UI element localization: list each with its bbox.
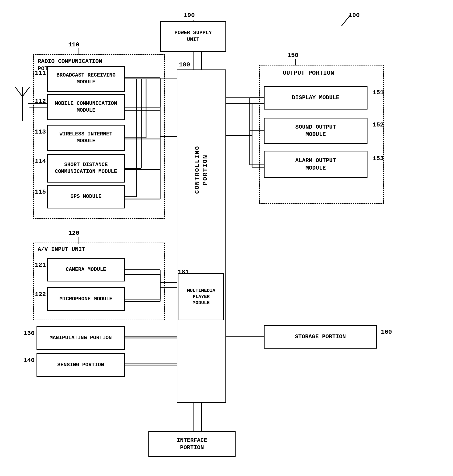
alarm-output-label: ALARM OUTPUTMODULE bbox=[295, 157, 336, 171]
ref-152: 152 bbox=[373, 121, 384, 128]
output-label: OUTPUT PORTION bbox=[283, 70, 334, 77]
short-distance-box: SHORT DISTANCECOMMUNICATION MODULE bbox=[47, 154, 125, 182]
ref-140: 140 bbox=[24, 357, 35, 364]
mobile-comm-box: MOBILE COMMUNICATIONMODULE bbox=[47, 94, 125, 120]
microphone-box: MICROPHONE MODULE bbox=[47, 287, 125, 311]
ref-151: 151 bbox=[373, 89, 384, 96]
ref-190: 190 bbox=[184, 12, 195, 19]
sound-output-label: SOUND OUTPUTMODULE bbox=[295, 123, 336, 138]
short-distance-label: SHORT DISTANCECOMMUNICATION MODULE bbox=[55, 161, 117, 175]
controlling-label: CONTROLLINGPORTION bbox=[193, 146, 209, 194]
power-supply-label: POWER SUPPLYUNIT bbox=[175, 30, 212, 43]
microphone-label: MICROPHONE MODULE bbox=[60, 296, 112, 303]
diagram: 100 190 POWER SUPPLYUNIT 110 RADIO COMMU… bbox=[0, 0, 453, 476]
ref-100-arrow bbox=[339, 13, 353, 27]
mobile-comm-label: MOBILE COMMUNICATIONMODULE bbox=[55, 100, 117, 114]
ref-115: 115 bbox=[35, 189, 46, 196]
gps-label: GPS MODULE bbox=[71, 193, 101, 200]
interface-box: INTERFACEPORTION bbox=[149, 431, 236, 457]
controlling-box: CONTROLLINGPORTION bbox=[177, 70, 226, 403]
broadcast-label: BROADCAST RECEIVINGMODULE bbox=[57, 72, 116, 85]
multimedia-box: MULTIMEDIAPLAYERMODULE bbox=[178, 273, 224, 320]
storage-label: STORAGE PORTION bbox=[295, 333, 346, 340]
display-label: DISPLAY MODULE bbox=[292, 94, 340, 101]
manipulating-box: MANIPULATING PORTION bbox=[36, 326, 125, 350]
svg-line-22 bbox=[15, 87, 22, 97]
wireless-internet-label: WIRELESS INTERNETMODULE bbox=[60, 131, 112, 144]
camera-label: CAMERA MODULE bbox=[66, 266, 106, 273]
ref-114: 114 bbox=[35, 158, 46, 165]
sound-output-box: SOUND OUTPUTMODULE bbox=[264, 118, 368, 144]
display-box: DISPLAY MODULE bbox=[264, 86, 368, 110]
wireless-internet-box: WIRELESS INTERNETMODULE bbox=[47, 125, 125, 151]
svg-line-23 bbox=[22, 87, 29, 97]
sensing-label: SENSING PORTION bbox=[57, 362, 104, 369]
gps-box: GPS MODULE bbox=[47, 185, 125, 209]
ref-153: 153 bbox=[373, 155, 384, 162]
ref-113: 113 bbox=[35, 128, 46, 135]
ref-160: 160 bbox=[381, 329, 392, 336]
ref-112: 112 bbox=[35, 98, 46, 105]
av-input-label: A/V INPUT UNIT bbox=[38, 246, 85, 252]
ref-121: 121 bbox=[35, 261, 46, 268]
ref-122: 122 bbox=[35, 291, 46, 298]
broadcast-module-box: BROADCAST RECEIVINGMODULE bbox=[47, 66, 125, 92]
camera-box: CAMERA MODULE bbox=[47, 258, 125, 281]
svg-line-25 bbox=[342, 14, 351, 26]
power-supply-box: POWER SUPPLYUNIT bbox=[160, 21, 226, 52]
interface-label: INTERFACEPORTION bbox=[177, 437, 207, 451]
manipulating-label: MANIPULATING PORTION bbox=[50, 335, 112, 342]
storage-box: STORAGE PORTION bbox=[264, 325, 377, 349]
antenna-icon bbox=[14, 85, 31, 122]
alarm-output-box: ALARM OUTPUTMODULE bbox=[264, 151, 368, 178]
ref-180: 180 bbox=[179, 61, 190, 68]
multimedia-label: MULTIMEDIAPLAYERMODULE bbox=[187, 287, 215, 306]
ref-130: 130 bbox=[24, 330, 35, 337]
sensing-box: SENSING PORTION bbox=[36, 353, 125, 377]
antenna-symbol bbox=[14, 85, 31, 124]
ref-111: 111 bbox=[35, 70, 46, 77]
